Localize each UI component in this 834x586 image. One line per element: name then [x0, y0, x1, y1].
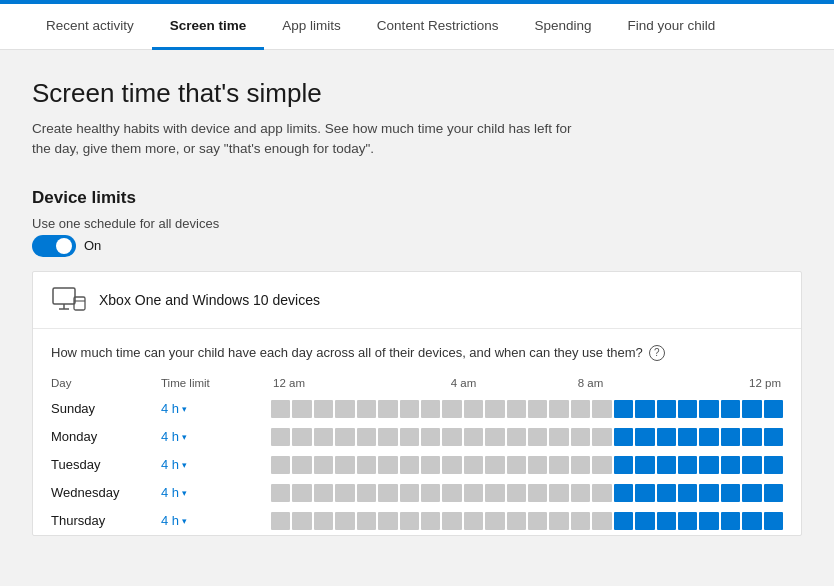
- hour-block[interactable]: [635, 484, 654, 502]
- hour-block[interactable]: [314, 400, 333, 418]
- hour-block[interactable]: [292, 400, 311, 418]
- hour-block[interactable]: [614, 400, 633, 418]
- tab-content-restrictions[interactable]: Content Restrictions: [359, 4, 517, 50]
- hour-block[interactable]: [464, 456, 483, 474]
- hour-block[interactable]: [442, 512, 461, 530]
- hour-block[interactable]: [592, 456, 611, 474]
- hour-block[interactable]: [699, 400, 718, 418]
- hour-block[interactable]: [400, 484, 419, 502]
- hour-block[interactable]: [507, 512, 526, 530]
- hour-block[interactable]: [678, 456, 697, 474]
- hour-block[interactable]: [571, 428, 590, 446]
- hour-grid-cell[interactable]: [271, 507, 783, 535]
- hour-block[interactable]: [400, 456, 419, 474]
- hour-grid-cell[interactable]: [271, 451, 783, 479]
- hour-grid-cell[interactable]: [271, 395, 783, 423]
- hour-block[interactable]: [335, 428, 354, 446]
- hour-block[interactable]: [742, 400, 761, 418]
- hour-block[interactable]: [764, 484, 783, 502]
- hour-block[interactable]: [485, 428, 504, 446]
- hour-block[interactable]: [528, 484, 547, 502]
- hour-block[interactable]: [464, 428, 483, 446]
- hour-block[interactable]: [635, 512, 654, 530]
- hour-block[interactable]: [635, 456, 654, 474]
- tab-find-your-child[interactable]: Find your child: [609, 4, 733, 50]
- hour-block[interactable]: [357, 428, 376, 446]
- hour-block[interactable]: [657, 456, 676, 474]
- hour-block[interactable]: [721, 428, 740, 446]
- hour-block[interactable]: [271, 456, 290, 474]
- hour-block[interactable]: [507, 428, 526, 446]
- hour-block[interactable]: [357, 512, 376, 530]
- hour-block[interactable]: [378, 484, 397, 502]
- hour-block[interactable]: [721, 456, 740, 474]
- hour-block[interactable]: [528, 512, 547, 530]
- hour-block[interactable]: [507, 400, 526, 418]
- hour-block[interactable]: [592, 484, 611, 502]
- hour-block[interactable]: [678, 512, 697, 530]
- hour-block[interactable]: [592, 428, 611, 446]
- hour-block[interactable]: [314, 456, 333, 474]
- hour-block[interactable]: [357, 456, 376, 474]
- hour-block[interactable]: [357, 400, 376, 418]
- hour-block[interactable]: [485, 484, 504, 502]
- time-limit-cell[interactable]: 4 h ▾: [161, 479, 271, 507]
- hour-block[interactable]: [742, 512, 761, 530]
- hour-block[interactable]: [614, 512, 633, 530]
- hour-block[interactable]: [292, 484, 311, 502]
- time-limit-link[interactable]: 4 h ▾: [161, 513, 271, 528]
- hour-block[interactable]: [592, 400, 611, 418]
- hour-block[interactable]: [549, 400, 568, 418]
- hour-block[interactable]: [614, 456, 633, 474]
- hour-block[interactable]: [635, 428, 654, 446]
- hour-block[interactable]: [571, 484, 590, 502]
- hour-block[interactable]: [421, 456, 440, 474]
- hour-block[interactable]: [678, 484, 697, 502]
- hour-block[interactable]: [507, 484, 526, 502]
- hour-block[interactable]: [271, 400, 290, 418]
- hour-block[interactable]: [442, 456, 461, 474]
- hour-block[interactable]: [314, 428, 333, 446]
- hour-block[interactable]: [528, 400, 547, 418]
- hour-block[interactable]: [314, 484, 333, 502]
- hour-block[interactable]: [335, 456, 354, 474]
- hour-block[interactable]: [699, 512, 718, 530]
- hour-block[interactable]: [678, 428, 697, 446]
- time-limit-cell[interactable]: 4 h ▾: [161, 507, 271, 535]
- hour-block[interactable]: [292, 512, 311, 530]
- hour-block[interactable]: [528, 456, 547, 474]
- hour-block[interactable]: [464, 484, 483, 502]
- time-limit-link[interactable]: 4 h ▾: [161, 429, 271, 444]
- hour-block[interactable]: [614, 484, 633, 502]
- tab-spending[interactable]: Spending: [516, 4, 609, 50]
- hour-block[interactable]: [699, 428, 718, 446]
- hour-block[interactable]: [464, 400, 483, 418]
- schedule-toggle[interactable]: [32, 235, 76, 257]
- time-limit-cell[interactable]: 4 h ▾: [161, 451, 271, 479]
- hour-block[interactable]: [378, 512, 397, 530]
- tab-screen-time[interactable]: Screen time: [152, 4, 265, 50]
- hour-block[interactable]: [614, 428, 633, 446]
- hour-block[interactable]: [378, 456, 397, 474]
- hour-block[interactable]: [571, 456, 590, 474]
- hour-block[interactable]: [549, 512, 568, 530]
- hour-block[interactable]: [464, 512, 483, 530]
- hour-block[interactable]: [335, 512, 354, 530]
- hour-block[interactable]: [742, 484, 761, 502]
- hour-block[interactable]: [657, 484, 676, 502]
- hour-block[interactable]: [271, 484, 290, 502]
- hour-block[interactable]: [764, 456, 783, 474]
- hour-block[interactable]: [421, 512, 440, 530]
- hour-block[interactable]: [657, 512, 676, 530]
- hour-block[interactable]: [378, 400, 397, 418]
- hour-block[interactable]: [378, 428, 397, 446]
- hour-block[interactable]: [528, 428, 547, 446]
- hour-block[interactable]: [335, 400, 354, 418]
- hour-block[interactable]: [721, 400, 740, 418]
- hour-block[interactable]: [678, 400, 697, 418]
- hour-block[interactable]: [699, 456, 718, 474]
- time-limit-link[interactable]: 4 h ▾: [161, 485, 271, 500]
- hour-block[interactable]: [400, 512, 419, 530]
- hour-block[interactable]: [764, 428, 783, 446]
- hour-block[interactable]: [271, 428, 290, 446]
